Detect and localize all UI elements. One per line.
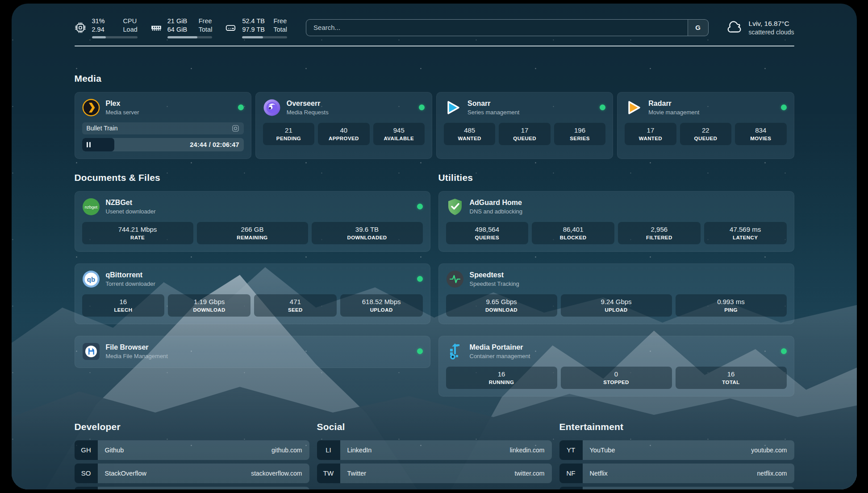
weather-location-temp: Lviv, 16.87°C [749, 20, 794, 28]
app-card-speedtest[interactable]: Speedtest Speedtest Tracking 9.65 GbpsDO… [438, 263, 794, 324]
app-card-plex[interactable]: Plex Media server Bullet Train [75, 92, 251, 159]
stat-tile: 485WANTED [444, 123, 495, 145]
section-title-entertainment: Entertainment [559, 422, 794, 432]
status-badge [781, 104, 787, 110]
memory-total-label: Total [199, 25, 213, 34]
bookmark-group-social: Social LI LinkedInlinkedin.com TW Twitte… [317, 422, 552, 490]
app-card-file-browser[interactable]: File Browser Media File Management [75, 336, 430, 368]
top-bar: 31% 2.94 CPU Load [75, 17, 794, 38]
app-subtitle: Series management [467, 109, 519, 116]
memory-total-value: 64 GiB [167, 25, 191, 34]
app-name: Media Portainer [470, 343, 530, 351]
bookmark-stackoverflow[interactable]: SO StackOverflowstackoverflow.com [75, 464, 309, 483]
dashboard-window: 31% 2.94 CPU Load [12, 4, 857, 489]
speedtest-pulse-icon [446, 270, 464, 288]
status-badge [238, 104, 244, 110]
stat-tile: 22QUEUED [680, 123, 731, 145]
status-badge [417, 204, 423, 209]
playback-progress-bar[interactable]: 24:44 / 02:06:47 [82, 138, 244, 151]
overseerr-icon [263, 99, 281, 117]
stat-tile: 0.993 msPING [676, 294, 787, 317]
bookmark-abbr: GH [75, 440, 98, 460]
bookmark-url: netflix.com [757, 470, 787, 477]
section-title-media: Media [75, 73, 794, 84]
stat-tile: 1.19 GbpsDOWNLOAD [168, 294, 250, 317]
app-card-adguard-home[interactable]: AdGuard Home DNS and adblocking 498,564Q… [438, 191, 794, 252]
plex-icon [82, 99, 100, 117]
cpu-load-value: 2.94 [92, 25, 115, 34]
search-engine-button[interactable]: G [688, 20, 708, 36]
app-subtitle: Speedtest Tracking [470, 280, 519, 287]
bookmark-netflix[interactable]: NF Netflixnetflix.com [559, 464, 794, 483]
bookmark-url: linkedin.com [510, 447, 545, 454]
app-card-portainer[interactable]: Media Portainer Container management 16R… [438, 336, 794, 397]
memory-free-value: 21 GiB [167, 17, 191, 25]
bookmark-dev-to[interactable]: DT DEVdev.to [75, 487, 309, 490]
app-name: Sonarr [467, 100, 519, 108]
app-name: Radarr [648, 100, 699, 108]
app-name: Speedtest [470, 271, 519, 279]
stat-tile: 86,401BLOCKED [532, 222, 614, 244]
stat-tile: 471SEED [254, 294, 337, 317]
stat-tile: 2,956FILTERED [618, 222, 701, 244]
app-subtitle: Media server [106, 109, 139, 116]
stat-tile: 9.24 GbpsUPLOAD [561, 294, 672, 317]
now-playing-title: Bullet Train [87, 125, 118, 132]
nzbget-icon: nzbget [82, 198, 100, 216]
disk-progress-bar [242, 36, 287, 38]
stat-tile: 744.21 MbpsRATE [82, 222, 193, 244]
app-subtitle: Media Requests [287, 109, 329, 116]
pause-button[interactable] [87, 142, 91, 147]
disk-free-label: Free [273, 17, 287, 25]
disk-total-value: 97.9 TB [242, 25, 265, 34]
file-browser-icon [82, 343, 100, 360]
bookmark-url: github.com [271, 447, 302, 454]
stat-tile: 834MOVIES [735, 123, 786, 145]
cpu-chip-icon [75, 22, 86, 33]
disk-free-value: 52.4 TB [242, 17, 265, 25]
cpu-usage-widget: 31% 2.94 CPU Load [75, 17, 138, 38]
weather-widget: Lviv, 16.87°C scattered clouds [726, 20, 794, 36]
svg-text:qb: qb [87, 275, 95, 283]
app-name: Plex [106, 100, 139, 108]
stat-tile: 16RUNNING [446, 367, 557, 389]
stat-tile: 47.569 msLATENCY [704, 222, 787, 244]
now-playing-row: Bullet Train [82, 122, 244, 134]
bookmark-abbr: DT [75, 487, 98, 490]
bookmark-github[interactable]: GH Githubgithub.com [75, 440, 309, 460]
bookmark-youtube[interactable]: YT YouTubeyoutube.com [559, 440, 794, 460]
bookmark-name: Github [105, 447, 124, 454]
bookmark-linkedin[interactable]: LI LinkedInlinkedin.com [317, 440, 552, 460]
app-subtitle: Media File Management [106, 353, 168, 359]
bookmark-abbr: RE [559, 487, 583, 490]
stat-tile: 266 GBREMAINING [197, 222, 308, 244]
bookmark-name: YouTube [590, 447, 615, 454]
bookmark-abbr: NF [559, 464, 583, 483]
topbar-divider [75, 46, 794, 46]
section-title-documents: Documents & Files [75, 172, 430, 183]
bookmark-url: stackoverflow.com [251, 470, 302, 477]
hard-drive-icon [225, 22, 236, 33]
app-card-overseerr[interactable]: Overseerr Media Requests 21PENDING 40APP… [255, 92, 432, 159]
app-card-qbittorrent[interactable]: qb qBittorrent Torrent downloader 16LEEC… [75, 263, 430, 324]
app-name: NZBGet [106, 199, 156, 207]
status-badge [417, 276, 423, 282]
sonarr-icon [444, 99, 462, 117]
qbittorrent-icon: qb [82, 270, 100, 288]
search-bar[interactable]: G [306, 19, 709, 36]
app-card-radarr[interactable]: Radarr Movie management 17WANTED 22QUEUE… [617, 92, 794, 159]
bookmark-name: StackOverflow [105, 470, 146, 477]
status-badge [600, 104, 605, 110]
stat-tile: 40APPROVED [318, 123, 369, 145]
app-card-sonarr[interactable]: Sonarr Series management 485WANTED 17QUE… [436, 92, 613, 159]
search-input[interactable] [306, 20, 688, 36]
portainer-crane-icon [446, 343, 464, 360]
app-subtitle: Usenet downloader [106, 208, 156, 215]
stat-tile: 17QUEUED [499, 123, 550, 145]
bookmark-group-developer: Developer GH Githubgithub.com SO StackOv… [75, 422, 309, 490]
app-subtitle: Movie management [648, 109, 699, 116]
bookmark-twitter[interactable]: TW Twittertwitter.com [317, 464, 552, 483]
memory-usage-widget: 21 GiB 64 GiB Free Total [150, 17, 213, 38]
app-card-nzbget[interactable]: nzbget NZBGet Usenet downloader 744.21 M… [75, 191, 430, 252]
bookmark-reddit[interactable]: RE Redditreddit.com [559, 487, 794, 490]
